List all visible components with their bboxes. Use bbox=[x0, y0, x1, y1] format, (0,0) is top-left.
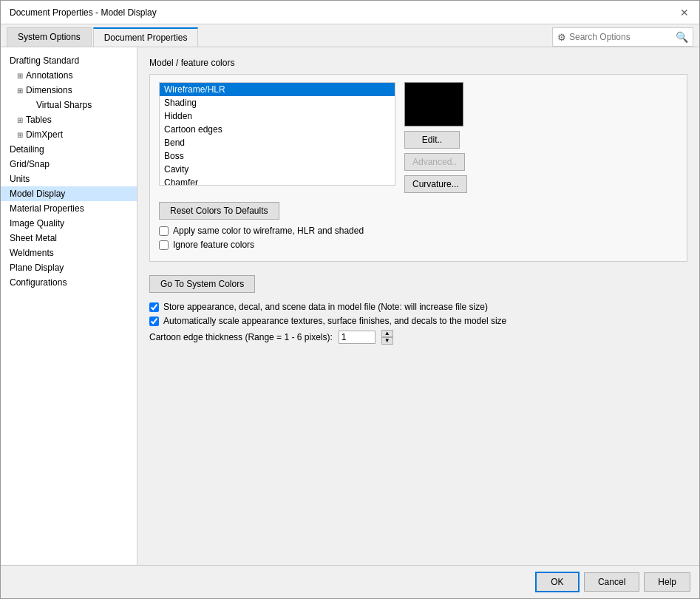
ignore-feature-colors-checkbox[interactable] bbox=[159, 240, 169, 250]
sidebar-item-sheet-metal[interactable]: Sheet Metal bbox=[1, 231, 137, 246]
main-dialog: Document Properties - Model Display ✕ Sy… bbox=[0, 0, 700, 599]
gear-icon: ⚙ bbox=[557, 32, 566, 43]
tabs-left: System Options Document Properties bbox=[7, 27, 200, 47]
sidebar: Drafting Standard⊞Annotations⊞Dimensions… bbox=[1, 47, 137, 565]
sidebar-label-grid-snap: Grid/Snap bbox=[10, 159, 50, 169]
sidebar-item-configurations[interactable]: Configurations bbox=[1, 275, 137, 290]
expand-icon: ⊞ bbox=[17, 72, 23, 80]
sidebar-item-detailing[interactable]: Detailing bbox=[1, 142, 137, 157]
sidebar-label-virtual-sharps: Virtual Sharps bbox=[36, 100, 92, 110]
expand-icon: ⊞ bbox=[17, 87, 23, 95]
search-input[interactable] bbox=[569, 32, 673, 42]
auto-scale-label: Automatically scale appearance textures,… bbox=[163, 316, 506, 326]
sidebar-label-plane-display: Plane Display bbox=[10, 263, 64, 273]
window-title: Document Properties - Model Display bbox=[10, 7, 157, 18]
cancel-button[interactable]: Cancel bbox=[584, 572, 639, 592]
sidebar-label-detailing: Detailing bbox=[10, 144, 44, 155]
main-content: Drafting Standard⊞Annotations⊞Dimensions… bbox=[1, 47, 699, 565]
store-appearance-checkbox[interactable] bbox=[149, 302, 159, 312]
color-item-cartoon-edges[interactable]: Cartoon edges bbox=[160, 123, 395, 136]
search-area: ⚙ 🔍 bbox=[552, 27, 693, 47]
color-item-bend[interactable]: Bend bbox=[160, 136, 395, 149]
sidebar-label-units: Units bbox=[10, 174, 30, 184]
expand-icon: ⊞ bbox=[17, 131, 23, 139]
goto-system-colors-button[interactable]: Go To System Colors bbox=[149, 275, 255, 293]
cartoon-edge-label: Cartoon edge thickness (Range = 1 - 6 pi… bbox=[149, 332, 333, 342]
sidebar-label-annotations: Annotations bbox=[26, 70, 72, 81]
sidebar-item-dimensions[interactable]: ⊞Dimensions bbox=[1, 83, 137, 98]
color-preview-panel: Edit.. Advanced.. Curvature... bbox=[404, 82, 467, 193]
tabs-bar: System Options Document Properties ⚙ 🔍 bbox=[1, 24, 699, 47]
reset-colors-button[interactable]: Reset Colors To Defaults bbox=[159, 202, 279, 220]
sidebar-item-plane-display[interactable]: Plane Display bbox=[1, 260, 137, 275]
search-icon: 🔍 bbox=[676, 31, 688, 43]
sidebar-item-model-display[interactable]: Model Display bbox=[1, 186, 137, 201]
sidebar-label-dimxpert: DimXpert bbox=[26, 129, 63, 140]
close-button[interactable]: ✕ bbox=[679, 7, 690, 18]
sidebar-item-dimxpert[interactable]: ⊞DimXpert bbox=[1, 127, 137, 142]
sidebar-label-tables: Tables bbox=[26, 115, 52, 125]
apply-same-color-label: Apply same color to wireframe, HLR and s… bbox=[173, 226, 364, 236]
sidebar-item-units[interactable]: Units bbox=[1, 172, 137, 186]
sidebar-label-material-properties: Material Properties bbox=[10, 203, 84, 214]
bottom-bar: OK Cancel Help bbox=[1, 565, 699, 598]
sidebar-item-annotations[interactable]: ⊞Annotations bbox=[1, 68, 137, 83]
auto-scale-row: Automatically scale appearance textures,… bbox=[149, 316, 687, 326]
color-item-wireframe-hlr[interactable]: Wireframe/HLR bbox=[160, 83, 395, 96]
curvature-button[interactable]: Curvature... bbox=[404, 175, 467, 193]
sidebar-label-configurations: Configurations bbox=[10, 277, 67, 288]
advanced-button[interactable]: Advanced.. bbox=[404, 153, 465, 171]
section-title: Model / feature colors bbox=[149, 58, 687, 68]
sidebar-label-sheet-metal: Sheet Metal bbox=[10, 233, 57, 243]
color-listbox[interactable]: Wireframe/HLRShadingHiddenCartoon edgesB… bbox=[159, 82, 395, 186]
sidebar-item-grid-snap[interactable]: Grid/Snap bbox=[1, 157, 137, 172]
sidebar-label-drafting-standard: Drafting Standard bbox=[10, 55, 79, 66]
cartoon-edge-row: Cartoon edge thickness (Range = 1 - 6 pi… bbox=[149, 330, 687, 345]
sidebar-label-dimensions: Dimensions bbox=[26, 85, 72, 95]
apply-same-color-row: Apply same color to wireframe, HLR and s… bbox=[159, 226, 678, 236]
color-swatch bbox=[404, 82, 463, 126]
spinner-down-button[interactable]: ▼ bbox=[381, 337, 393, 345]
sidebar-label-model-display: Model Display bbox=[10, 189, 65, 199]
sidebar-label-image-quality: Image Quality bbox=[10, 218, 64, 229]
tab-system-options[interactable]: System Options bbox=[7, 27, 92, 47]
sidebar-item-drafting-standard[interactable]: Drafting Standard bbox=[1, 53, 137, 68]
color-item-boss[interactable]: Boss bbox=[160, 149, 395, 163]
sidebar-label-weldments: Weldments bbox=[10, 248, 54, 258]
cartoon-edge-spinner: ▲ ▼ bbox=[381, 330, 393, 345]
color-item-hidden[interactable]: Hidden bbox=[160, 109, 395, 123]
colors-section: Wireframe/HLRShadingHiddenCartoon edgesB… bbox=[149, 74, 687, 262]
color-item-chamfer[interactable]: Chamfer bbox=[160, 176, 395, 186]
title-bar: Document Properties - Model Display ✕ bbox=[1, 1, 699, 24]
cartoon-edge-input[interactable] bbox=[339, 331, 376, 344]
content-area: Model / feature colors Wireframe/HLRShad… bbox=[137, 47, 699, 565]
color-item-cavity[interactable]: Cavity bbox=[160, 163, 395, 176]
sidebar-item-tables[interactable]: ⊞Tables bbox=[1, 112, 137, 127]
store-appearance-label: Store appearance, decal, and scene data … bbox=[163, 302, 488, 312]
color-item-shading[interactable]: Shading bbox=[160, 96, 395, 109]
expand-icon: ⊞ bbox=[17, 116, 23, 124]
spinner-up-button[interactable]: ▲ bbox=[381, 330, 393, 337]
tab-document-properties[interactable]: Document Properties bbox=[93, 27, 199, 47]
color-list-area: Wireframe/HLRShadingHiddenCartoon edgesB… bbox=[159, 82, 678, 193]
help-button[interactable]: Help bbox=[644, 572, 690, 592]
sidebar-item-virtual-sharps[interactable]: Virtual Sharps bbox=[1, 98, 137, 112]
ignore-feature-colors-row: Ignore feature colors bbox=[159, 240, 678, 250]
ignore-feature-colors-label: Ignore feature colors bbox=[173, 240, 254, 250]
sidebar-item-material-properties[interactable]: Material Properties bbox=[1, 201, 137, 216]
ok-button[interactable]: OK bbox=[535, 572, 580, 592]
sidebar-item-image-quality[interactable]: Image Quality bbox=[1, 216, 137, 231]
edit-button[interactable]: Edit.. bbox=[404, 131, 460, 149]
sidebar-item-weldments[interactable]: Weldments bbox=[1, 246, 137, 260]
apply-same-color-checkbox[interactable] bbox=[159, 226, 169, 236]
store-appearance-row: Store appearance, decal, and scene data … bbox=[149, 302, 687, 312]
auto-scale-checkbox[interactable] bbox=[149, 317, 159, 326]
